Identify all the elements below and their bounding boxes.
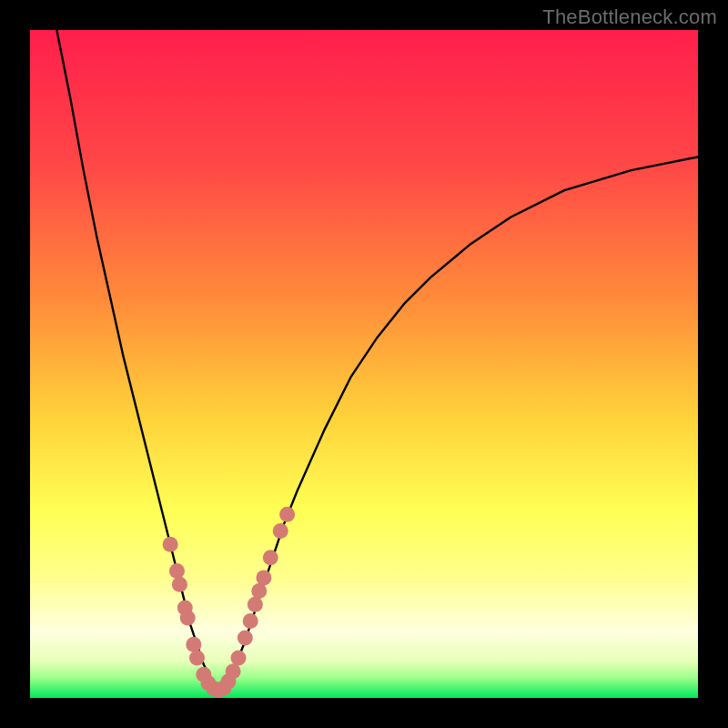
valley-marker xyxy=(243,613,258,629)
valley-marker xyxy=(256,570,271,585)
valley-marker xyxy=(231,650,247,665)
watermark-text: TheBottleneck.com xyxy=(542,5,717,29)
valley-marker xyxy=(163,537,178,552)
valley-marker xyxy=(180,610,196,625)
valley-marker xyxy=(226,663,241,679)
valley-marker xyxy=(251,583,267,599)
valley-marker xyxy=(263,550,278,565)
chart-svg xyxy=(30,30,698,698)
curve-left-curve xyxy=(56,30,217,692)
valley-marker xyxy=(238,630,253,645)
valley-marker xyxy=(186,637,201,652)
valley-marker xyxy=(189,650,205,665)
marker-layer xyxy=(163,507,295,698)
valley-marker xyxy=(279,507,295,522)
curve-right-curve xyxy=(217,157,698,691)
valley-marker xyxy=(169,563,185,579)
valley-marker xyxy=(248,597,263,612)
outer-frame: TheBottleneck.com xyxy=(0,0,728,728)
valley-marker xyxy=(172,577,187,592)
valley-marker xyxy=(273,523,288,539)
curve-layer xyxy=(56,30,698,692)
